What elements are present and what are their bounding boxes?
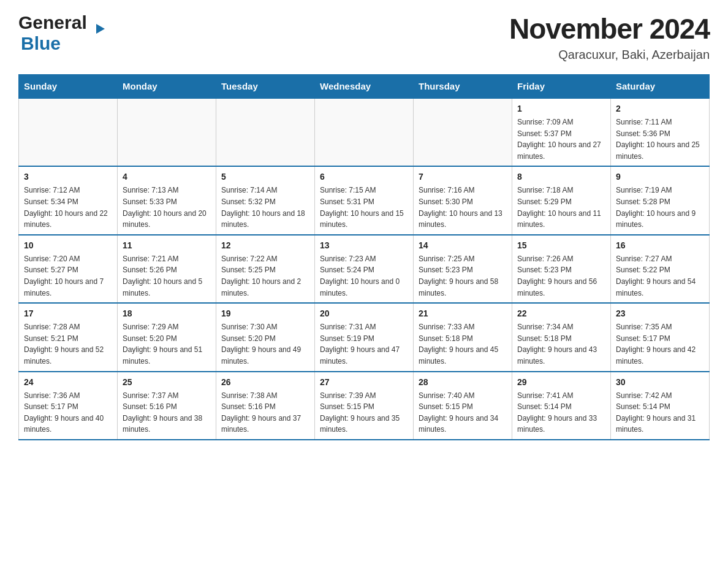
weekday-header-sunday: Sunday — [19, 75, 118, 99]
calendar-cell: 20Sunrise: 7:31 AMSunset: 5:19 PMDayligh… — [315, 303, 414, 371]
calendar-week-3: 10Sunrise: 7:20 AMSunset: 5:27 PMDayligh… — [19, 235, 710, 303]
calendar-week-2: 3Sunrise: 7:12 AMSunset: 5:34 PMDaylight… — [19, 166, 710, 234]
calendar-cell: 16Sunrise: 7:27 AMSunset: 5:22 PMDayligh… — [611, 235, 710, 303]
calendar-cell: 14Sunrise: 7:25 AMSunset: 5:23 PMDayligh… — [414, 235, 512, 303]
location-subtitle: Qaracuxur, Baki, Azerbaijan — [509, 48, 710, 62]
day-number: 29 — [517, 376, 605, 389]
day-number: 5 — [221, 170, 309, 183]
calendar-cell: 21Sunrise: 7:33 AMSunset: 5:18 PMDayligh… — [414, 303, 512, 371]
day-info: Sunrise: 7:13 AMSunset: 5:33 PMDaylight:… — [123, 185, 211, 230]
weekday-header-monday: Monday — [118, 75, 216, 99]
weekday-header-thursday: Thursday — [414, 75, 512, 99]
day-info: Sunrise: 7:15 AMSunset: 5:31 PMDaylight:… — [320, 185, 408, 230]
calendar-cell: 29Sunrise: 7:41 AMSunset: 5:14 PMDayligh… — [512, 372, 611, 440]
day-number: 6 — [320, 170, 408, 183]
calendar-header-row: SundayMondayTuesdayWednesdayThursdayFrid… — [19, 75, 710, 99]
day-number: 23 — [616, 307, 704, 320]
calendar-cell: 23Sunrise: 7:35 AMSunset: 5:17 PMDayligh… — [611, 303, 710, 371]
day-number: 20 — [320, 307, 408, 320]
calendar-cell: 12Sunrise: 7:22 AMSunset: 5:25 PMDayligh… — [216, 235, 315, 303]
weekday-header-friday: Friday — [512, 75, 611, 99]
calendar-cell: 5Sunrise: 7:14 AMSunset: 5:32 PMDaylight… — [216, 166, 315, 234]
day-number: 26 — [221, 376, 309, 389]
day-number: 12 — [221, 239, 309, 252]
day-number: 17 — [24, 307, 112, 320]
day-info: Sunrise: 7:20 AMSunset: 5:27 PMDaylight:… — [24, 253, 112, 299]
calendar-table: SundayMondayTuesdayWednesdayThursdayFrid… — [18, 74, 710, 440]
day-number: 3 — [24, 170, 112, 183]
day-info: Sunrise: 7:26 AMSunset: 5:23 PMDaylight:… — [517, 253, 605, 299]
day-info: Sunrise: 7:37 AMSunset: 5:16 PMDaylight:… — [123, 390, 211, 435]
day-number: 21 — [419, 307, 507, 320]
day-number: 7 — [419, 170, 507, 183]
day-info: Sunrise: 7:33 AMSunset: 5:18 PMDaylight:… — [419, 321, 507, 367]
day-info: Sunrise: 7:09 AMSunset: 5:37 PMDaylight:… — [517, 117, 605, 162]
calendar-cell: 22Sunrise: 7:34 AMSunset: 5:18 PMDayligh… — [512, 303, 611, 371]
calendar-week-4: 17Sunrise: 7:28 AMSunset: 5:21 PMDayligh… — [19, 303, 710, 371]
day-number: 10 — [24, 239, 112, 252]
day-number: 2 — [616, 102, 704, 115]
calendar-cell: 1Sunrise: 7:09 AMSunset: 5:37 PMDaylight… — [512, 98, 611, 166]
day-info: Sunrise: 7:36 AMSunset: 5:17 PMDaylight:… — [24, 390, 112, 435]
day-number: 22 — [517, 307, 605, 320]
day-info: Sunrise: 7:12 AMSunset: 5:34 PMDaylight:… — [24, 185, 112, 230]
day-number: 4 — [123, 170, 211, 183]
weekday-header-tuesday: Tuesday — [216, 75, 315, 99]
day-number: 9 — [616, 170, 704, 183]
day-info: Sunrise: 7:34 AMSunset: 5:18 PMDaylight:… — [517, 321, 605, 367]
svg-marker-0 — [96, 24, 105, 34]
day-info: Sunrise: 7:11 AMSunset: 5:36 PMDaylight:… — [616, 117, 704, 162]
calendar-cell: 6Sunrise: 7:15 AMSunset: 5:31 PMDaylight… — [315, 166, 414, 234]
calendar-cell: 30Sunrise: 7:42 AMSunset: 5:14 PMDayligh… — [611, 372, 710, 440]
day-number: 1 — [517, 102, 605, 115]
calendar-cell: 8Sunrise: 7:18 AMSunset: 5:29 PMDaylight… — [512, 166, 611, 234]
day-info: Sunrise: 7:40 AMSunset: 5:15 PMDaylight:… — [419, 390, 507, 435]
day-info: Sunrise: 7:25 AMSunset: 5:23 PMDaylight:… — [419, 253, 507, 299]
logo-blue-text: Blue — [21, 33, 61, 53]
day-number: 8 — [517, 170, 605, 183]
title-section: November 2024 Qaracuxur, Baki, Azerbaija… — [509, 12, 710, 62]
weekday-header-wednesday: Wednesday — [315, 75, 414, 99]
calendar-week-5: 24Sunrise: 7:36 AMSunset: 5:17 PMDayligh… — [19, 372, 710, 440]
calendar-cell — [118, 98, 216, 166]
calendar-cell: 27Sunrise: 7:39 AMSunset: 5:15 PMDayligh… — [315, 372, 414, 440]
day-info: Sunrise: 7:41 AMSunset: 5:14 PMDaylight:… — [517, 390, 605, 435]
calendar-week-1: 1Sunrise: 7:09 AMSunset: 5:37 PMDaylight… — [19, 98, 710, 166]
logo-general-text: General — [18, 12, 87, 33]
day-info: Sunrise: 7:27 AMSunset: 5:22 PMDaylight:… — [616, 253, 704, 299]
logo: General Blue — [18, 12, 93, 54]
day-number: 15 — [517, 239, 605, 252]
calendar-cell — [19, 98, 118, 166]
day-number: 30 — [616, 376, 704, 389]
calendar-cell — [414, 98, 512, 166]
day-info: Sunrise: 7:42 AMSunset: 5:14 PMDaylight:… — [616, 390, 704, 435]
calendar-cell: 10Sunrise: 7:20 AMSunset: 5:27 PMDayligh… — [19, 235, 118, 303]
day-number: 14 — [419, 239, 507, 252]
calendar-cell — [216, 98, 315, 166]
day-info: Sunrise: 7:18 AMSunset: 5:29 PMDaylight:… — [517, 185, 605, 230]
day-info: Sunrise: 7:35 AMSunset: 5:17 PMDaylight:… — [616, 321, 704, 367]
day-number: 11 — [123, 239, 211, 252]
day-number: 24 — [24, 376, 112, 389]
day-number: 28 — [419, 376, 507, 389]
calendar-cell: 4Sunrise: 7:13 AMSunset: 5:33 PMDaylight… — [118, 166, 216, 234]
calendar-cell: 26Sunrise: 7:38 AMSunset: 5:16 PMDayligh… — [216, 372, 315, 440]
day-info: Sunrise: 7:39 AMSunset: 5:15 PMDaylight:… — [320, 390, 408, 435]
calendar-cell: 24Sunrise: 7:36 AMSunset: 5:17 PMDayligh… — [19, 372, 118, 440]
calendar-cell: 3Sunrise: 7:12 AMSunset: 5:34 PMDaylight… — [19, 166, 118, 234]
calendar-cell: 25Sunrise: 7:37 AMSunset: 5:16 PMDayligh… — [118, 372, 216, 440]
day-number: 18 — [123, 307, 211, 320]
day-info: Sunrise: 7:23 AMSunset: 5:24 PMDaylight:… — [320, 253, 408, 299]
day-info: Sunrise: 7:38 AMSunset: 5:16 PMDaylight:… — [221, 390, 309, 435]
day-info: Sunrise: 7:16 AMSunset: 5:30 PMDaylight:… — [419, 185, 507, 230]
day-info: Sunrise: 7:21 AMSunset: 5:26 PMDaylight:… — [123, 253, 211, 299]
day-info: Sunrise: 7:31 AMSunset: 5:19 PMDaylight:… — [320, 321, 408, 367]
day-info: Sunrise: 7:30 AMSunset: 5:20 PMDaylight:… — [221, 321, 309, 367]
day-info: Sunrise: 7:29 AMSunset: 5:20 PMDaylight:… — [123, 321, 211, 367]
day-number: 19 — [221, 307, 309, 320]
calendar-cell — [315, 98, 414, 166]
day-number: 25 — [123, 376, 211, 389]
weekday-header-saturday: Saturday — [611, 75, 710, 99]
day-number: 27 — [320, 376, 408, 389]
calendar-cell: 17Sunrise: 7:28 AMSunset: 5:21 PMDayligh… — [19, 303, 118, 371]
